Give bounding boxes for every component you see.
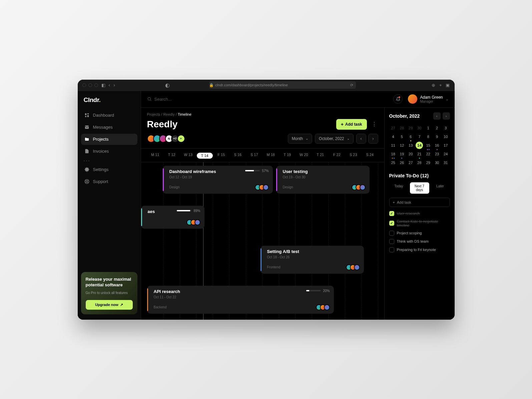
calendar-day[interactable]: 22 xyxy=(424,150,432,158)
day-header[interactable]: S 17 xyxy=(246,153,263,159)
calendar-day[interactable]: 4 xyxy=(389,133,397,140)
calendar-day[interactable]: 26 xyxy=(398,159,406,166)
calendar-day[interactable]: 1 xyxy=(424,124,432,132)
back-icon[interactable]: ‹ xyxy=(109,82,110,88)
calendar-day[interactable]: 30 xyxy=(433,159,441,166)
sidebar-item-messages[interactable]: Messages xyxy=(81,122,137,133)
cal-next-button[interactable]: › xyxy=(443,112,450,120)
calendar-day[interactable]: 29 xyxy=(407,124,415,132)
calendar-day[interactable]: 11 xyxy=(389,142,397,149)
calendar-day[interactable]: 8 xyxy=(424,133,432,140)
add-todo-button[interactable]: +Add task xyxy=(389,198,450,207)
todo-item[interactable]: Think with DS team xyxy=(389,239,450,244)
checkbox[interactable] xyxy=(389,211,394,216)
day-header[interactable]: F 15 xyxy=(213,153,230,159)
todo-item[interactable]: Contact Kate to negotiate timeline xyxy=(389,219,450,227)
calendar-day[interactable]: 14 xyxy=(416,142,423,149)
day-header[interactable]: T 21 xyxy=(312,153,329,159)
chevron-down-icon: ⌄ xyxy=(306,137,308,140)
calendar-day[interactable]: 24 xyxy=(442,150,450,158)
prev-button[interactable]: ‹ xyxy=(356,134,366,144)
add-task-button[interactable]: +Add task xyxy=(336,119,367,130)
todo-item[interactable]: User research xyxy=(389,211,450,216)
calendar-day[interactable]: 25 xyxy=(389,159,397,166)
user-menu[interactable]: Adam Green Manager ⌄ xyxy=(408,94,448,104)
calendar-day[interactable]: 21 xyxy=(415,150,423,158)
calendar-day[interactable]: 18 xyxy=(389,150,397,158)
shield-icon[interactable]: ◐ xyxy=(165,82,170,88)
sidebar-item-dashboard[interactable]: Dashboard xyxy=(81,110,137,121)
add-tab-icon[interactable]: + xyxy=(439,83,442,88)
task-card[interactable]: Dashboard wireframesOct 12 - Oct 1957%De… xyxy=(163,166,273,194)
url-bar[interactable]: 🔒clndr.com/dashboard/projects/reedly/tim… xyxy=(209,81,356,89)
day-header[interactable]: S 24 xyxy=(362,153,378,159)
calendar-day[interactable]: 3 xyxy=(442,124,450,132)
calendar-day[interactable]: 16 xyxy=(433,142,441,149)
sidebar-item-projects[interactable]: Projects xyxy=(81,134,137,145)
day-header[interactable]: T 14 xyxy=(197,153,213,159)
forward-icon[interactable]: › xyxy=(113,82,115,88)
todo-tab-today[interactable]: Today xyxy=(389,182,409,194)
search-input[interactable]: Search... xyxy=(147,97,388,102)
day-header[interactable]: M 18 xyxy=(262,153,279,159)
day-header[interactable]: M 11 xyxy=(147,153,164,159)
todo-item[interactable]: Project scoping xyxy=(389,231,450,236)
calendar-day[interactable]: 15 xyxy=(424,142,432,149)
day-header[interactable]: T 19 xyxy=(279,153,296,159)
calendar-day[interactable]: 28 xyxy=(398,124,406,132)
next-button[interactable]: › xyxy=(368,134,378,144)
notifications-button[interactable] xyxy=(393,94,403,104)
task-card[interactable]: aes89% xyxy=(141,206,204,229)
add-member-button[interactable]: + xyxy=(177,135,185,143)
checkbox[interactable] xyxy=(389,239,394,244)
checkbox[interactable] xyxy=(389,221,394,226)
task-card[interactable]: API researchOct 11 - Oct 2220%Backend xyxy=(147,286,334,314)
day-header[interactable]: W 13 xyxy=(180,153,197,159)
more-icon[interactable]: ⋮ xyxy=(370,120,378,129)
gear-icon xyxy=(84,167,90,172)
cal-prev-button[interactable]: ‹ xyxy=(433,112,441,120)
calendar-day[interactable]: 23 xyxy=(433,150,441,158)
calendar-day[interactable]: 10 xyxy=(442,133,450,140)
day-header[interactable]: S 23 xyxy=(345,153,362,159)
calendar-day[interactable]: 20 xyxy=(407,150,415,158)
calendar-day[interactable]: 30 xyxy=(415,124,423,132)
calendar-day[interactable]: 7 xyxy=(415,133,423,140)
day-header[interactable]: F 22 xyxy=(329,153,345,159)
day-header[interactable]: S 16 xyxy=(229,153,246,159)
download-icon[interactable]: ⊕ xyxy=(432,83,435,88)
sidebar-item-settings[interactable]: Settings xyxy=(81,164,137,175)
todo-tab-next-7-days[interactable]: Next 7 days xyxy=(410,182,429,194)
sidebar-item-support[interactable]: Support xyxy=(81,176,137,187)
task-card[interactable]: Setting A/B testOct 18 - Oct 26Frontend xyxy=(260,246,364,274)
view-dropdown[interactable]: Month⌄ xyxy=(288,134,312,144)
svg-point-5 xyxy=(86,181,88,182)
calendar-day[interactable]: 19 xyxy=(398,150,406,158)
sidebar-item-invoices[interactable]: Invoices xyxy=(81,146,137,157)
member-avatars[interactable]: N +7 + xyxy=(147,135,185,143)
day-header[interactable]: W 20 xyxy=(296,153,312,159)
todo-tab-later[interactable]: Later xyxy=(431,182,450,194)
calendar-day[interactable]: 27 xyxy=(389,124,397,132)
calendar-day[interactable]: 29 xyxy=(424,159,432,166)
task-card[interactable]: User testingOct 19 - Oct 30Design xyxy=(276,166,370,194)
checkbox[interactable] xyxy=(389,231,394,236)
calendar-day[interactable]: 27 xyxy=(407,159,415,166)
calendar-day[interactable]: 13 xyxy=(407,142,415,149)
calendar-day[interactable]: 31 xyxy=(442,159,450,166)
day-header[interactable]: T 12 xyxy=(163,153,180,159)
todo-item[interactable]: Preparing to Fri keynote xyxy=(389,247,450,252)
calendar-day[interactable]: 9 xyxy=(433,133,441,140)
period-dropdown[interactable]: October, 2022⌄ xyxy=(315,134,353,144)
checkbox[interactable] xyxy=(389,247,394,252)
tabs-icon[interactable]: ▣ xyxy=(446,83,450,88)
sidebar-toggle-icon[interactable]: ◧ xyxy=(101,83,105,88)
window-controls[interactable] xyxy=(82,83,98,87)
calendar-day[interactable]: 28 xyxy=(415,159,423,166)
upgrade-button[interactable]: Upgrade now ↗ xyxy=(86,300,133,310)
calendar-day[interactable]: 5 xyxy=(398,133,406,140)
calendar-day[interactable]: 6 xyxy=(407,133,415,140)
calendar-day[interactable]: 2 xyxy=(433,124,441,132)
calendar-day[interactable]: 17 xyxy=(442,142,450,149)
calendar-day[interactable]: 12 xyxy=(398,142,406,149)
